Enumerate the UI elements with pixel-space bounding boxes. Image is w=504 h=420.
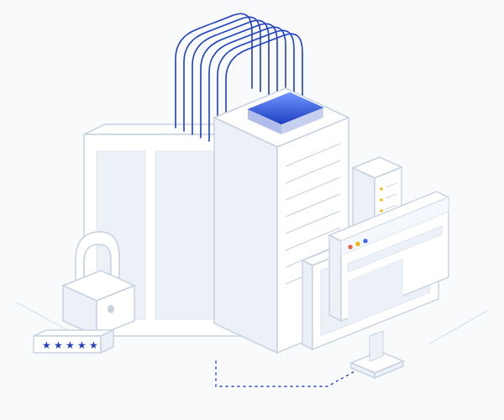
- dotted-network-line: [216, 361, 370, 386]
- svg-point-25: [108, 305, 114, 313]
- security-infrastructure-illustration: ★★★★★: [0, 0, 504, 420]
- svg-point-14: [380, 209, 383, 213]
- svg-point-22: [348, 244, 352, 249]
- svg-point-12: [380, 198, 383, 202]
- masked-password-field: ★★★★★: [34, 330, 113, 353]
- svg-point-10: [380, 187, 383, 191]
- svg-point-23: [355, 242, 360, 246]
- isometric-scene-svg: ★★★★★: [0, 0, 504, 420]
- password-mask-text: ★★★★★: [42, 339, 101, 351]
- svg-point-24: [363, 239, 367, 243]
